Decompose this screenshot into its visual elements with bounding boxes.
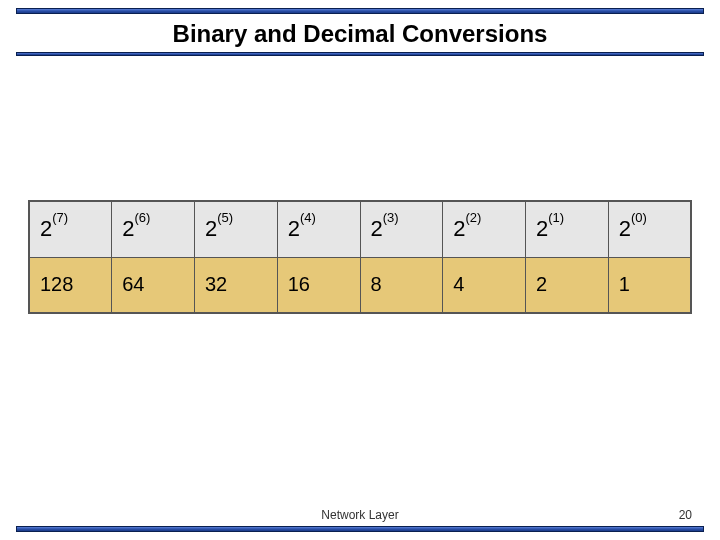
exp-cell: 2(0) bbox=[608, 201, 691, 257]
table-row-values: 128 64 32 16 8 4 2 1 bbox=[29, 257, 691, 313]
slide-title: Binary and Decimal Conversions bbox=[16, 14, 704, 52]
value-cell: 16 bbox=[277, 257, 360, 313]
exp-cell: 2(7) bbox=[29, 201, 112, 257]
exp-label: (6) bbox=[135, 210, 151, 225]
base-label: 2 bbox=[122, 216, 134, 242]
value-cell: 4 bbox=[443, 257, 526, 313]
base-label: 2 bbox=[453, 216, 465, 242]
value-cell: 1 bbox=[608, 257, 691, 313]
title-bottom-bar bbox=[16, 52, 704, 56]
table-row-exponents: 2(7) 2(6) 2(5) 2(4) 2(3) 2(2) 2(1) 2(0) bbox=[29, 201, 691, 257]
value-cell: 2 bbox=[526, 257, 609, 313]
exp-label: (4) bbox=[300, 210, 316, 225]
base-label: 2 bbox=[40, 216, 52, 242]
value-cell: 8 bbox=[360, 257, 443, 313]
base-label: 2 bbox=[619, 216, 631, 242]
exp-label: (3) bbox=[383, 210, 399, 225]
base-label: 2 bbox=[536, 216, 548, 242]
slide: Binary and Decimal Conversions 2(7) 2(6)… bbox=[0, 0, 720, 540]
exp-cell: 2(4) bbox=[277, 201, 360, 257]
powers-table: 2(7) 2(6) 2(5) 2(4) 2(3) 2(2) 2(1) 2(0) … bbox=[28, 200, 692, 314]
base-label: 2 bbox=[205, 216, 217, 242]
base-label: 2 bbox=[371, 216, 383, 242]
exp-label: (7) bbox=[52, 210, 68, 225]
exp-label: (2) bbox=[466, 210, 482, 225]
exp-label: (1) bbox=[548, 210, 564, 225]
exp-cell: 2(3) bbox=[360, 201, 443, 257]
exp-cell: 2(6) bbox=[112, 201, 195, 257]
value-cell: 32 bbox=[195, 257, 278, 313]
exp-label: (0) bbox=[631, 210, 647, 225]
footer: Network Layer 20 bbox=[0, 506, 720, 540]
exp-label: (5) bbox=[217, 210, 233, 225]
title-band: Binary and Decimal Conversions bbox=[16, 8, 704, 56]
value-cell: 64 bbox=[112, 257, 195, 313]
exp-cell: 2(2) bbox=[443, 201, 526, 257]
page-number: 20 bbox=[679, 508, 692, 522]
base-label: 2 bbox=[288, 216, 300, 242]
exp-cell: 2(1) bbox=[526, 201, 609, 257]
value-cell: 128 bbox=[29, 257, 112, 313]
footer-label: Network Layer bbox=[0, 508, 720, 522]
content-area: 2(7) 2(6) 2(5) 2(4) 2(3) 2(2) 2(1) 2(0) … bbox=[28, 200, 692, 314]
exp-cell: 2(5) bbox=[195, 201, 278, 257]
footer-bar bbox=[16, 526, 704, 532]
